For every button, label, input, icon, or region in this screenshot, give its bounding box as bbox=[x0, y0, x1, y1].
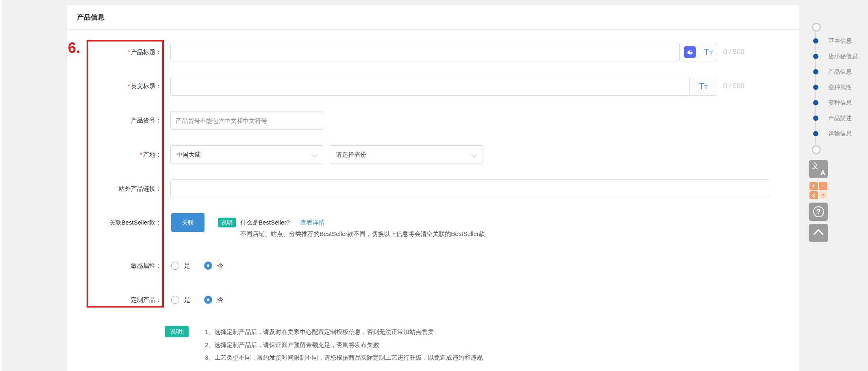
english-title-counter: 0 / 500 bbox=[723, 77, 744, 96]
chevron-down-icon bbox=[311, 152, 317, 157]
nav-item-product-description[interactable]: 产品描述 bbox=[813, 114, 852, 122]
english-title-label: *英文标题： bbox=[87, 77, 161, 96]
note-item: 2、选择定制产品后，请保证账户预留金额充足，否则将发布失败 bbox=[205, 338, 483, 351]
required-icon: * bbox=[140, 151, 142, 158]
custom-yes-radio[interactable] bbox=[171, 296, 179, 304]
nav-item-product-info[interactable]: 产品信息 bbox=[813, 68, 852, 75]
notes-list: 1、选择定制产品后，请及时在卖家中心配置定制模板信息，否则无法正常加站点售卖 2… bbox=[205, 325, 483, 364]
origin-label: *产地： bbox=[87, 145, 161, 164]
text-format-icon[interactable]: TT bbox=[704, 48, 713, 57]
calculator-icon[interactable]: + − x = bbox=[809, 181, 828, 200]
sku-input[interactable] bbox=[170, 111, 323, 130]
nav-item-shipping-info[interactable]: 运输信息 bbox=[813, 130, 852, 137]
sensitive-no-radio[interactable] bbox=[204, 262, 212, 270]
required-icon: * bbox=[128, 48, 130, 55]
notes-badge: 说明! bbox=[165, 326, 189, 337]
sensitive-yes-label[interactable]: 是 bbox=[184, 262, 190, 270]
nav-dot-icon bbox=[813, 38, 818, 44]
row-sensitive: 敏感属性： 是 否 bbox=[67, 256, 799, 275]
sensitive-yes-radio[interactable] bbox=[171, 262, 179, 270]
external-link-label: 站外产品链接： bbox=[87, 179, 161, 198]
row-english-title: *英文标题： TT 0 / 500 bbox=[67, 77, 799, 96]
external-link-input[interactable] bbox=[170, 179, 769, 198]
nav-dot-icon bbox=[813, 100, 818, 105]
origin-country-select[interactable]: 中国大陆 bbox=[170, 145, 323, 164]
bestseller-label: 关联BestSeller款： bbox=[87, 213, 161, 232]
origin-province-select[interactable]: 请选择省份 bbox=[330, 145, 483, 164]
nav-item-dianxiaomi-info[interactable]: 店小秘信息 bbox=[813, 52, 858, 60]
nav-dot-icon bbox=[813, 85, 818, 90]
back-to-top-icon[interactable] bbox=[809, 224, 828, 242]
left-edge-strip bbox=[0, 0, 2, 371]
question-ring: ? bbox=[813, 206, 824, 217]
custom-no-radio[interactable] bbox=[204, 296, 212, 304]
bestseller-note-text: 不同店铺、站点、分类推荐的BestSeller款不同，切换以上信息将会清空关联的… bbox=[240, 230, 485, 238]
row-bestseller: 关联BestSeller款： 关联 说明 什么是BestSeller? 查看详情 bbox=[67, 213, 799, 232]
custom-product-radio-group: 是 否 bbox=[171, 290, 223, 309]
sensitive-no-label[interactable]: 否 bbox=[217, 262, 223, 270]
english-title-tools[interactable]: TT bbox=[690, 77, 717, 96]
product-title-input[interactable] bbox=[170, 43, 677, 61]
help-icon[interactable]: ? bbox=[809, 203, 828, 221]
nav-item-variant-attrs[interactable]: 变种属性 bbox=[813, 83, 852, 91]
anchor-nav-top-ring bbox=[812, 23, 821, 32]
nav-dot-icon bbox=[813, 54, 818, 59]
whale-glyph bbox=[686, 48, 694, 56]
row-sku: 产品货号： bbox=[67, 111, 799, 130]
anchor-nav-bottom-ring bbox=[812, 145, 821, 154]
ai-assistant-icon[interactable] bbox=[684, 46, 696, 58]
chevron-up-icon bbox=[813, 229, 823, 239]
nav-item-variant-info[interactable]: 变种信息 bbox=[813, 99, 852, 106]
page: 产品信息 6. *产品标题： TT 0 / 500 *英文标题： TT bbox=[0, 0, 868, 371]
product-info-panel: 产品信息 6. *产品标题： TT 0 / 500 *英文标题： TT bbox=[67, 5, 800, 371]
note-item: 1、选择定制产品后，请及时在卖家中心配置定制模板信息，否则无法正常加站点售卖 bbox=[205, 325, 483, 338]
row-notes: 说明! 1、选择定制产品后，请及时在卖家中心配置定制模板信息，否则无法正常加站点… bbox=[67, 326, 799, 367]
tools-separator bbox=[700, 47, 700, 57]
origin-country-value: 中国大陆 bbox=[176, 151, 201, 159]
row-custom-product: 定制产品： 是 否 bbox=[67, 290, 799, 309]
custom-yes-label[interactable]: 是 bbox=[184, 296, 190, 304]
sku-label: 产品货号： bbox=[87, 111, 161, 130]
custom-no-label[interactable]: 否 bbox=[217, 296, 223, 304]
text-format-icon[interactable]: TT bbox=[698, 82, 708, 91]
panel-title: 产品信息 bbox=[77, 13, 104, 22]
nav-item-basic-info[interactable]: 基本信息 bbox=[813, 37, 852, 44]
chevron-down-icon bbox=[471, 152, 477, 157]
product-title-counter: 0 / 500 bbox=[723, 43, 744, 61]
nav-dot-icon bbox=[813, 116, 818, 121]
origin-province-placeholder: 请选择省份 bbox=[336, 151, 366, 159]
english-title-input[interactable] bbox=[170, 77, 690, 96]
row-product-title: *产品标题： TT 0 / 500 bbox=[67, 43, 799, 61]
bestseller-link-button[interactable]: 关联 bbox=[171, 213, 204, 232]
required-icon: * bbox=[128, 83, 130, 89]
product-title-label: *产品标题： bbox=[87, 43, 161, 61]
bestseller-help-line: 说明 什么是BestSeller? 查看详情 bbox=[218, 213, 325, 232]
bestseller-question-text: 什么是BestSeller? bbox=[240, 219, 290, 227]
product-title-tools[interactable]: TT bbox=[679, 43, 717, 61]
bestseller-note-badge: 说明 bbox=[218, 218, 236, 227]
header-divider bbox=[67, 29, 799, 30]
custom-product-label: 定制产品： bbox=[87, 290, 161, 309]
nav-dot-icon bbox=[813, 131, 818, 136]
nav-dot-icon bbox=[813, 69, 818, 74]
row-external-link: 站外产品链接： bbox=[67, 179, 799, 198]
row-origin: *产地： 中国大陆 请选择省份 bbox=[67, 145, 799, 164]
sensitive-label: 敏感属性： bbox=[87, 256, 161, 275]
note-item: 3、工艺类型不同，履约发货时间限制不同，请您根据商品实际定制工艺进行升级，以免造… bbox=[205, 351, 483, 364]
bestseller-detail-link[interactable]: 查看详情 bbox=[300, 219, 325, 227]
translate-icon[interactable]: 文 A bbox=[809, 160, 828, 178]
sensitive-radio-group: 是 否 bbox=[171, 256, 223, 275]
